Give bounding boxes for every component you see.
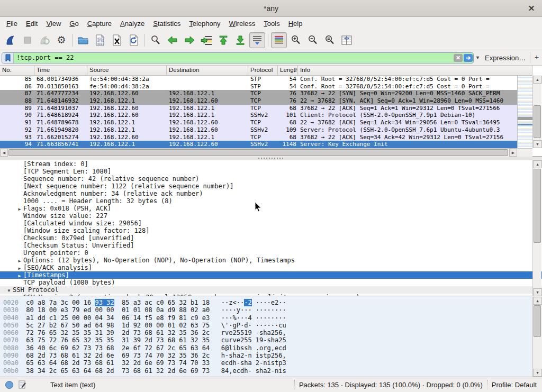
column-header-info[interactable]: Info: [298, 66, 532, 75]
ascii-text[interactable]: ····y··· ········: [221, 306, 286, 314]
bytes-vscrollbar[interactable]: ▲ ▼: [532, 297, 541, 377]
ascii-text[interactable]: 6@libssh .org,ecd: [221, 344, 286, 352]
display-filter-field[interactable]: !tcp.port == 22 ✕ ➔: [2, 52, 474, 63]
intelligent-scrollbar-minimap[interactable]: [517, 76, 532, 148]
hex-dump[interactable]: 0020 c0 a8 7a 3c 00 16 93 32 85 a3 ac c0…: [0, 297, 542, 375]
hex-bytes[interactable]: 72 76 65 32 35 35 31 39 2d 73 68 61 32 3…: [26, 329, 210, 336]
ascii-text[interactable]: ecdh-sha 2-nistp3: [221, 359, 286, 367]
bytes-scroll-thumb[interactable]: [534, 305, 541, 337]
column-header-time[interactable]: Time: [34, 66, 87, 75]
detail-line[interactable]: [Stream index: 0]: [0, 160, 542, 168]
hex-row-0030[interactable]: 0030 80 18 00 e3 79 ed 00 00 01 01 08 0a…: [3, 306, 542, 314]
save-capture-button[interactable]: 010101100011: [92, 32, 108, 48]
hex-bytes[interactable]: 38 34 2c 65 63 64 68 2d 73 68 61 32 2d 6…: [26, 367, 210, 375]
detail-line[interactable]: Sequence number: 42 (relative sequence n…: [0, 175, 542, 183]
menu-help[interactable]: Help: [284, 18, 307, 29]
hex-bytes[interactable]: 5c 27 b2 67 50 ad 64 98 1d 92 00 00 01 0…: [26, 322, 210, 329]
detail-line[interactable]: [Calculated window size: 29056]: [0, 220, 542, 227]
capture-comment-icon[interactable]: [18, 380, 26, 389]
expert-info-icon[interactable]: [5, 381, 13, 389]
detail-line[interactable]: Window size value: 227: [0, 212, 542, 220]
go-first-packet-button[interactable]: [215, 32, 231, 48]
menu-analyze[interactable]: Analyze: [116, 18, 149, 29]
hex-row-0090[interactable]: 0090 68 2d 73 68 61 32 2d 6e 69 73 74 70…: [3, 352, 542, 359]
scroll-up-icon[interactable]: ▲: [533, 160, 542, 168]
pane-splitter[interactable]: [0, 157, 542, 160]
menu-wireless[interactable]: Wireless: [225, 18, 260, 29]
packet-row-93[interactable]: 9371.662015274192.168.122.60192.168.122.…: [0, 134, 517, 141]
detail-line[interactable]: [Window size scaling factor: 128]: [0, 227, 542, 234]
hex-row-0040[interactable]: 0040 a1 dd c1 25 00 00 04 34 06 14 f5 e8…: [3, 314, 542, 322]
hex-bytes[interactable]: a1 dd c1 25 00 00 04 34 06 14 f5 e8 f9 8…: [26, 314, 210, 322]
go-last-packet-button[interactable]: [232, 32, 248, 48]
scroll-up-icon[interactable]: ▲: [533, 76, 542, 84]
detail-line[interactable]: ▼SSH Protocol: [0, 286, 542, 294]
ascii-text[interactable]: ··z<··: [221, 299, 244, 306]
packet-row-91[interactable]: 9171.648789678192.168.122.1192.168.122.6…: [0, 119, 517, 126]
detail-line[interactable]: [Next sequence number: 1122 (relative se…: [0, 183, 542, 190]
detail-line[interactable]: ▶Options: (12 bytes), No-Operation (NOP)…: [0, 257, 542, 264]
scroll-left-icon[interactable]: ◀: [0, 149, 8, 157]
hex-bytes-selected[interactable]: 93 32: [95, 299, 114, 306]
go-to-packet-button[interactable]: [198, 32, 214, 48]
scroll-down-icon[interactable]: ▼: [533, 288, 542, 296]
zoom-in-button[interactable]: [288, 32, 304, 48]
scroll-up-icon[interactable]: ▲: [533, 297, 542, 305]
zoom-out-button[interactable]: [305, 32, 321, 48]
filter-apply-button[interactable]: ➔: [464, 54, 473, 62]
details-scroll-thumb[interactable]: [534, 169, 541, 243]
detail-line[interactable]: TCP payload (1080 bytes): [0, 279, 542, 286]
expression-button[interactable]: Expression…: [485, 54, 526, 62]
hex-bytes[interactable]: 85 a3 ac c0 65 32 b1 18: [114, 299, 210, 306]
detail-line[interactable]: Checksum: 0x79ed [unverified]: [0, 234, 542, 242]
ascii-text[interactable]: curve255 19-sha25: [221, 336, 286, 344]
add-filter-button[interactable]: +: [533, 53, 540, 61]
auto-scroll-toggle[interactable]: [249, 32, 265, 48]
reload-capture-button[interactable]: [126, 32, 142, 48]
packet-row-86[interactable]: 8670.013850163fe:54:00:d4:38:2aSTP54Conf…: [0, 83, 517, 90]
scroll-right-icon[interactable]: ▶: [509, 149, 517, 157]
capture-options-button[interactable]: ⚙: [53, 32, 69, 48]
ascii-text[interactable]: ····e2··: [252, 299, 286, 306]
hex-bytes[interactable]: 63 75 72 76 65 32 35 35 31 39 2d 73 68 6…: [26, 336, 210, 344]
resize-columns-button[interactable]: [339, 32, 355, 48]
scroll-down-icon[interactable]: ▼: [533, 369, 542, 377]
menu-telephony[interactable]: Telephony: [185, 18, 224, 29]
column-header-protocol[interactable]: Protocol: [248, 66, 278, 75]
packet-row-90[interactable]: 9071.648618924192.168.122.60192.168.122.…: [0, 112, 517, 119]
colorize-toggle[interactable]: [271, 32, 287, 48]
expand-icon[interactable]: ▶: [16, 295, 23, 296]
packet-row-88[interactable]: 8871.648146932192.168.122.1192.168.122.6…: [0, 97, 517, 105]
close-button[interactable]: ✕: [526, 3, 537, 14]
ascii-text[interactable]: rve25519 -sha256,: [221, 329, 286, 336]
detail-line[interactable]: 1000 .... = Header Length: 32 bytes (8): [0, 197, 542, 205]
column-header-destination[interactable]: Destination: [167, 66, 248, 75]
packet-row-94[interactable]: 9471.663856741192.168.122.1192.168.122.6…: [0, 141, 517, 148]
menu-capture[interactable]: Capture: [83, 18, 116, 29]
close-capture-button[interactable]: [109, 32, 125, 48]
profile-label[interactable]: Profile: Default: [492, 381, 537, 389]
menu-go[interactable]: Go: [65, 18, 83, 29]
packet-list-scroll-thumb[interactable]: [534, 105, 541, 138]
hex-row-0020[interactable]: 0020 c0 a8 7a 3c 00 16 93 32 85 a3 ac c0…: [3, 299, 542, 306]
ascii-text[interactable]: h-sha2-n istp256,: [221, 352, 286, 359]
detail-line[interactable]: Urgent pointer: 0: [0, 249, 542, 257]
packet-row-87[interactable]: 8771.647777234192.168.122.60192.168.122.…: [0, 90, 517, 97]
hex-row-00b0[interactable]: 00b0 38 34 2c 65 63 64 68 2d 73 68 61 32…: [3, 367, 542, 375]
go-forward-button[interactable]: [182, 32, 197, 48]
packet-list-vscrollbar[interactable]: ▲ ▼: [532, 76, 541, 148]
packet-list-hscroll-thumb[interactable]: [8, 149, 508, 156]
hex-row-0070[interactable]: 0070 63 75 72 76 65 32 35 35 31 39 2d 73…: [3, 336, 542, 344]
hex-bytes[interactable]: c0 a8 7a 3c 00 16: [26, 299, 95, 306]
filter-bookmark-button[interactable]: [2, 53, 14, 63]
detail-line[interactable]: [TCP Segment Len: 1080]: [0, 168, 542, 175]
menu-view[interactable]: View: [42, 18, 65, 29]
filter-input[interactable]: !tcp.port == 22: [14, 53, 453, 63]
packet-list-header[interactable]: No.TimeSourceDestinationProtocolLengthIn…: [0, 66, 532, 76]
packet-row-85[interactable]: 8568.001734936fe:54:00:d4:38:2aSTP54Conf…: [0, 76, 517, 83]
ascii-text[interactable]: \'·gP·d· ······cu: [221, 322, 286, 329]
detail-line[interactable]: ▶Flags: 0x018 (PSH, ACK): [0, 205, 542, 212]
hex-bytes[interactable]: 68 2d 73 68 61 32 2d 6e 69 73 74 70 32 3…: [26, 352, 210, 359]
menu-edit[interactable]: Edit: [22, 18, 42, 29]
hex-row-0060[interactable]: 0060 72 76 65 32 35 35 31 39 2d 73 68 61…: [3, 329, 542, 336]
